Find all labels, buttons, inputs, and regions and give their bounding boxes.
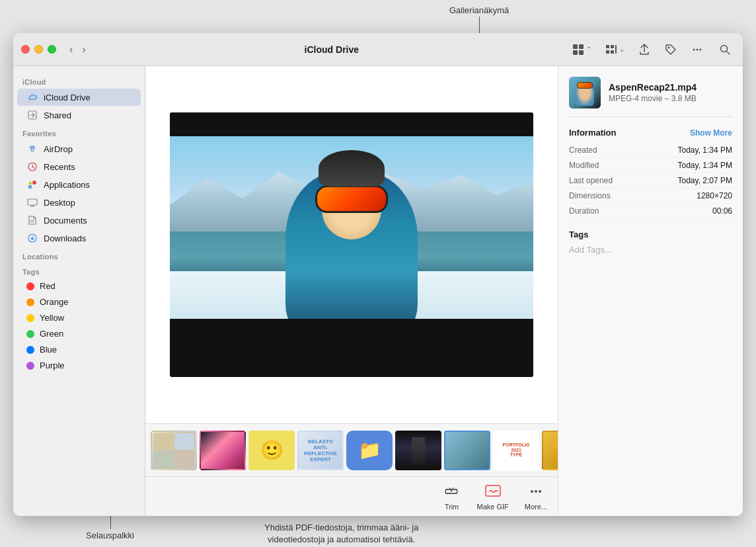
- sidebar-item-green[interactable]: Green: [17, 326, 141, 341]
- filmstrip-item-1[interactable]: [151, 431, 197, 470]
- svg-rect-5: [611, 45, 614, 48]
- sidebar-item-red[interactable]: Red: [17, 278, 141, 294]
- blue-tag-dot: [26, 346, 34, 354]
- favorites-section-header: Favorites: [13, 124, 145, 140]
- thumb3-emoji: 🙂: [260, 439, 284, 461]
- toolbar-right: ⌃ ⌄: [568, 41, 735, 58]
- filmstrip-item-2[interactable]: [200, 431, 246, 470]
- info-row-last-opened: Last opened Today, 2:07 PM: [569, 173, 732, 189]
- filmstrip-item-9[interactable]: 🏆: [542, 431, 558, 470]
- thumb-goggles: [577, 82, 593, 89]
- filmstrip-item-6[interactable]: [395, 431, 441, 470]
- svg-rect-18: [28, 185, 32, 189]
- view-icon: [572, 43, 585, 56]
- created-value: Today, 1:34 PM: [678, 146, 733, 155]
- shared-icon: [26, 109, 38, 121]
- annotation-bottom-left: Selauspalkki: [86, 530, 134, 540]
- svg-point-13: [721, 45, 728, 52]
- traffic-lights: [21, 45, 56, 54]
- icloud-section-header: iCloud: [13, 73, 145, 88]
- filmstrip-item-4[interactable]: BELASTO ANTI-REFLECTIVE EXPERT: [297, 431, 344, 470]
- duration-value: 00:06: [712, 206, 732, 216]
- file-name: AspenRecap21.mp4: [609, 82, 732, 93]
- make-gif-button[interactable]: Make GIF: [476, 482, 508, 511]
- main-content: 🙂 BELASTO ANTI-REFLECTIVE EXPERT 📁: [145, 66, 743, 516]
- icloud-icon: [26, 91, 38, 103]
- svg-point-12: [700, 48, 702, 50]
- modified-value: Today, 1:34 PM: [678, 161, 733, 170]
- file-thumbnail: [569, 77, 601, 108]
- sidebar-item-purple-label: Purple: [40, 360, 134, 370]
- more-actions-button[interactable]: More...: [525, 482, 547, 511]
- last-opened-value: Today, 2:07 PM: [678, 176, 733, 185]
- sidebar-item-downloads-label: Downloads: [44, 233, 134, 243]
- forward-button[interactable]: ›: [79, 42, 88, 57]
- back-button[interactable]: ‹: [67, 42, 75, 57]
- tag-button[interactable]: [661, 41, 681, 58]
- share-icon: [638, 43, 651, 56]
- preview-column: 🙂 BELASTO ANTI-REFLECTIVE EXPERT 📁: [145, 66, 558, 516]
- sidebar-item-icloud-drive[interactable]: iCloud Drive: [17, 89, 141, 106]
- sidebar-item-recents[interactable]: Recents: [17, 158, 141, 175]
- svg-rect-3: [579, 50, 584, 55]
- filmstrip-item-3[interactable]: 🙂: [248, 431, 295, 470]
- svg-rect-0: [573, 44, 578, 49]
- tag-icon: [664, 43, 677, 56]
- sidebar-item-downloads[interactable]: Downloads: [17, 230, 141, 247]
- sidebar-item-blue[interactable]: Blue: [17, 342, 141, 357]
- search-button[interactable]: [715, 41, 735, 58]
- close-button[interactable]: [21, 45, 30, 54]
- svg-rect-8: [615, 45, 617, 54]
- applications-icon: [26, 179, 38, 190]
- sidebar-item-shared[interactable]: Shared: [17, 106, 141, 124]
- sidebar-item-applications[interactable]: Applications: [17, 176, 141, 193]
- filmstrip-item-8[interactable]: PORTFOLIO2021TYPE: [493, 431, 539, 470]
- sidebar-item-orange[interactable]: Orange: [17, 294, 141, 310]
- minimize-button[interactable]: [34, 45, 43, 54]
- locations-section-header: Locations: [13, 247, 145, 263]
- svg-line-14: [727, 52, 730, 54]
- sidebar-item-airdrop[interactable]: AirDrop: [17, 140, 141, 157]
- modified-label: Modified: [569, 161, 599, 170]
- thumb7-content: [445, 432, 489, 469]
- svg-point-32: [539, 490, 541, 493]
- more-actions-icon: [527, 482, 545, 501]
- filmstrip-item-5[interactable]: 📁: [346, 431, 393, 470]
- airdrop-icon: [26, 143, 38, 155]
- view-chevron-icon: ⌃: [586, 46, 591, 53]
- svg-point-30: [531, 490, 533, 493]
- tags-title: Tags: [569, 230, 732, 239]
- thumb4-text: BELASTO ANTI-REFLECTIVE EXPERT: [301, 439, 340, 462]
- thumb1-content: [152, 432, 196, 469]
- preview-container[interactable]: [145, 66, 558, 423]
- sidebar-item-applications-label: Applications: [44, 180, 134, 190]
- clock-icon: [26, 161, 38, 173]
- yellow-tag-dot: [26, 314, 34, 322]
- orange-tag-dot: [26, 298, 34, 306]
- more-button[interactable]: [687, 41, 708, 58]
- maximize-button[interactable]: [48, 45, 56, 54]
- filmstrip-item-7[interactable]: [444, 431, 490, 470]
- sidebar-item-airdrop-label: AirDrop: [44, 144, 134, 154]
- group-button[interactable]: ⌄: [601, 41, 628, 58]
- info-title-text: Information: [569, 128, 617, 138]
- thumb8-text: PORTFOLIO2021TYPE: [503, 442, 530, 458]
- share-button[interactable]: [634, 41, 654, 58]
- add-tags-input[interactable]: Add Tags...: [569, 245, 732, 255]
- sidebar-item-red-label: Red: [40, 281, 134, 291]
- trim-button[interactable]: Trim: [442, 482, 461, 511]
- info-row-created: Created Today, 1:34 PM: [569, 143, 732, 158]
- group-chevron-icon: ⌄: [619, 46, 624, 53]
- action-bar: Trim Make GIF: [145, 476, 558, 516]
- thumb5-folder: 📁: [358, 439, 381, 461]
- sidebar-item-documents[interactable]: Documents: [17, 212, 141, 229]
- svg-point-9: [668, 46, 670, 48]
- show-more-link[interactable]: Show More: [690, 128, 732, 138]
- sidebar-item-shared-label: Shared: [44, 110, 134, 120]
- sidebar-item-purple[interactable]: Purple: [17, 358, 141, 373]
- sidebar-item-desktop[interactable]: Desktop: [17, 194, 141, 211]
- window-title: iCloud Drive: [95, 44, 568, 55]
- view-switcher-button[interactable]: ⌃: [568, 41, 595, 58]
- title-bar: ‹ › iCloud Drive ⌃: [13, 33, 743, 66]
- sidebar-item-yellow[interactable]: Yellow: [17, 310, 141, 325]
